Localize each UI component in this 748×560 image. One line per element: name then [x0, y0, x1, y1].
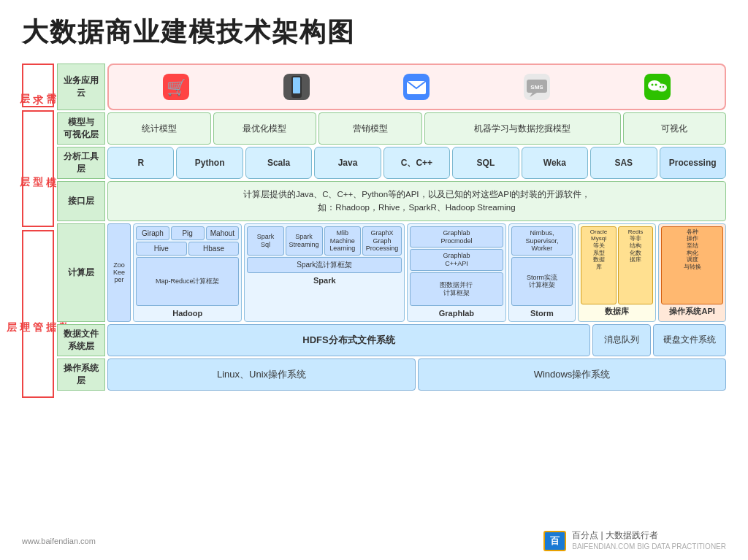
svg-rect-4 — [293, 77, 300, 93]
logo-icon: 百 — [550, 535, 560, 546]
model-viz-row: 模型与可视化层 统计模型 最优化模型 营销模型 机器学习与数据挖掘模型 可视化 — [57, 112, 726, 145]
datafile-label: 数据文件系统层 — [57, 324, 105, 356]
cell-marketing-model: 营销模型 — [318, 112, 422, 145]
interface-content: 计算层提供的Java、C、C++、Python等的API，以及已知的对这些API… — [107, 181, 726, 221]
svg-text:SMS: SMS — [530, 84, 543, 91]
logo-text: 百分点 | 大数据践行者 BAIFENDIAN.COM BIG DATA PRA… — [572, 530, 726, 551]
tool-cpp: C、C++ — [383, 147, 450, 179]
spark-framework: Spark流计算框架 — [247, 257, 402, 273]
svg-point-16 — [659, 86, 660, 88]
svg-point-15 — [654, 84, 657, 86]
giraph-cell: Giraph — [136, 226, 169, 240]
storm-label: Storm — [511, 307, 573, 319]
hadoop-label: Hadoop — [136, 307, 239, 319]
app-icon-wechat — [643, 72, 672, 101]
svg-point-17 — [662, 86, 663, 88]
hbase-cell: Hbase — [188, 242, 240, 256]
tool-sql: SQL — [452, 147, 519, 179]
os-api-cell: 各种操作至结构化调度与转换 — [661, 226, 723, 304]
footer: www.baifendian.com 百 百分点 | 大数据践行者 BAIFEN… — [22, 530, 726, 551]
footer-logo: 百 百分点 | 大数据践行者 BAIFENDIAN.COM BIG DATA P… — [543, 530, 726, 551]
apps-content: 🛒 — [107, 64, 726, 110]
app-icon-email — [402, 72, 431, 101]
model-viz-content: 统计模型 最优化模型 营销模型 机器学习与数据挖掘模型 可视化 — [107, 112, 726, 145]
tool-java: Java — [314, 147, 381, 179]
app-icon-mobile — [282, 72, 311, 101]
graphx-cell: GraphXGraphProcessing — [362, 226, 402, 256]
label-moxing: 模型层 — [22, 110, 54, 227]
hadoop-section: Giraph Pig Mahout Hive Hbase Map-Reduce计… — [133, 223, 242, 322]
tools-content: R Python Scala Java C、C++ SQL Weka SAS P… — [107, 147, 726, 179]
graphlab-procmodel: GraphlabProcmodel — [410, 226, 503, 248]
spark-section: SparkSql SparkStreaming MlibMachineLearn… — [244, 223, 405, 322]
db-section: OracleMysql等关系型数据库 Redis等非结构化数据库 数据库 — [578, 223, 656, 322]
footer-website: www.baifendian.com — [22, 537, 96, 545]
mllib-cell: MlibMachineLearning — [324, 226, 361, 256]
os-api-section: 各种操作至结构化调度与转换 操作系统API — [658, 223, 726, 322]
graphlab-cppapi: GraphlabC++API — [410, 249, 503, 271]
svg-text:🛒: 🛒 — [167, 77, 187, 97]
db-redis: Redis等非结构化数据库 — [618, 226, 653, 304]
tools-row: 分析工具层 R Python Scala Java C、C++ SQL Weka… — [57, 147, 726, 179]
os-row: 操作系统层 Linux、Unix操作系统 Windows操作系统 — [57, 358, 726, 391]
page-title: 大数据商业建模技术架构图 — [22, 15, 726, 50]
label-shuju: 数据管理层 — [22, 230, 54, 398]
svg-point-14 — [651, 84, 653, 86]
zookeeper-cell: ZooKeeper — [107, 223, 131, 322]
page: 大数据商业建模技术架构图 需求层 模型层 数据管理层 业务应用云 🛒 — [0, 0, 748, 560]
graphlab-section: GraphlabProcmodel GraphlabC++API 图数据并行计算… — [407, 223, 505, 322]
mahout-cell: Mahout — [206, 226, 240, 240]
logo-box: 百 — [543, 531, 566, 551]
pig-cell: Pig — [171, 226, 205, 240]
tool-weka: Weka — [522, 147, 588, 179]
datafile-row: 数据文件系统层 HDFS分布式文件系统 消息队列 硬盘文件系统 — [57, 324, 726, 356]
db-oracle: OracleMysql等关系型数据库 — [581, 226, 616, 304]
cell-stat-model: 统计模型 — [107, 112, 211, 145]
graphlab-label: Graphlab — [410, 307, 503, 319]
compute-label: 计算层 — [57, 223, 105, 322]
label-xuqiu: 需求层 — [22, 64, 54, 107]
sparksql-cell: SparkSql — [247, 226, 283, 256]
cell-ml-model: 机器学习与数据挖掘模型 — [424, 112, 621, 145]
graphlab-parallel: 图数据并行计算框架 — [410, 272, 503, 306]
main-layout: 需求层 模型层 数据管理层 业务应用云 🛒 — [22, 64, 726, 401]
spark-label: Spark — [247, 275, 402, 286]
storm-nimbus: Nimbus,Supervisor,Worker — [511, 226, 573, 256]
cell-opt-model: 最优化模型 — [213, 112, 317, 145]
content-area: 业务应用云 🛒 — [57, 64, 726, 401]
disk-cell: 硬盘文件系统 — [653, 324, 726, 356]
linux-cell: Linux、Unix操作系统 — [107, 358, 416, 391]
cell-viz: 可视化 — [623, 112, 727, 145]
msg-cell: 消息队列 — [592, 324, 651, 356]
tool-r: R — [107, 147, 174, 179]
os-label: 操作系统层 — [57, 358, 105, 391]
storm-framework: Storm实流计算框架 — [511, 257, 573, 306]
compute-content: ZooKeeper Giraph Pig Mahout Hive Hbase — [107, 223, 726, 322]
hive-cell: Hive — [136, 242, 187, 256]
os-api-label: 操作系统API — [661, 304, 723, 318]
apps-label: 业务应用云 — [57, 64, 105, 110]
model-viz-label: 模型与可视化层 — [57, 112, 105, 145]
interface-row: 接口层 计算层提供的Java、C、C++、Python等的API，以及已知的对这… — [57, 181, 726, 221]
hdfs-cell: HDFS分布式文件系统 — [107, 324, 590, 356]
sparkstreaming-cell: SparkStreaming — [286, 226, 323, 256]
mapreduce-cell: Map-Reduce计算框架 — [136, 257, 239, 306]
tool-sas: SAS — [590, 147, 657, 179]
tool-python: Python — [176, 147, 243, 179]
compute-row: 计算层 ZooKeeper Giraph Pig Mahout — [57, 223, 726, 322]
layer-labels: 需求层 模型层 数据管理层 — [22, 64, 54, 401]
svg-point-13 — [657, 84, 667, 92]
logo-subtitle: BAIFENDIAN.COM BIG DATA PRACTITIONER — [572, 542, 726, 551]
windows-cell: Windows操作系统 — [418, 358, 726, 391]
storm-section: Nimbus,Supervisor,Worker Storm实流计算框架 Sto… — [508, 223, 576, 322]
tool-processing: Processing — [660, 147, 726, 179]
app-icon-cart: 🛒 — [161, 72, 191, 101]
tools-label: 分析工具层 — [57, 147, 105, 179]
tool-scala: Scala — [245, 147, 312, 179]
app-icon-sms: SMS — [522, 72, 552, 101]
db-label: 数据库 — [581, 304, 653, 318]
apps-row: 业务应用云 🛒 — [57, 64, 726, 110]
logo-main: 百分点 | 大数据践行者 — [572, 530, 726, 542]
interface-label: 接口层 — [57, 181, 105, 221]
